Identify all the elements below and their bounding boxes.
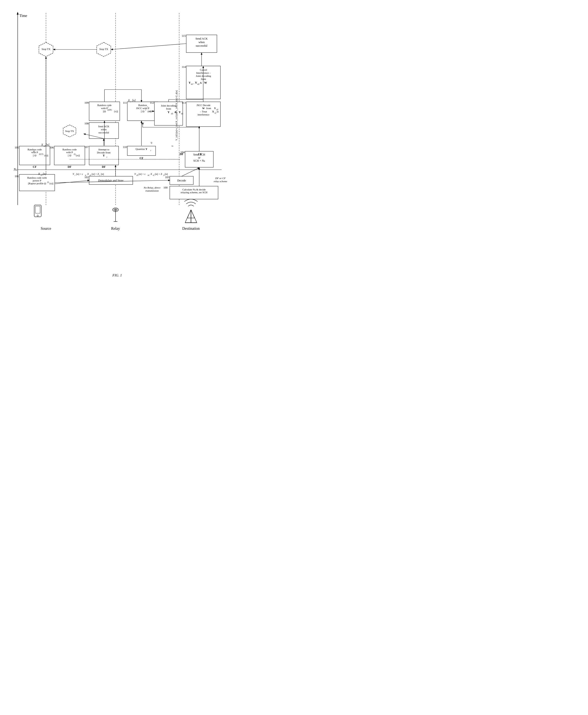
svg-text:(x)]: (x)] <box>49 182 54 185</box>
svg-text:Y: Y <box>103 154 105 157</box>
svg-text:X: X <box>212 110 214 113</box>
svg-text:with P: with P <box>66 151 73 154</box>
svg-text:DF: DF <box>102 165 106 169</box>
diagram-container: Time N₁ Source Relay <box>0 0 234 271</box>
svg-text:103: 103 <box>165 176 169 179</box>
svg-text:Y: Y <box>189 81 191 84</box>
svg-text:114: 114 <box>182 65 186 69</box>
svg-text:d1: d1 <box>171 112 173 115</box>
n1-label: N₁ <box>14 168 17 171</box>
svg-text:d1: d1 <box>136 174 139 176</box>
svg-text:transmission: transmission <box>145 189 159 192</box>
svg-text:d: d <box>163 174 164 176</box>
svg-text:113: 113 <box>182 101 186 104</box>
svg-text:DF: DF <box>180 152 184 156</box>
svg-text:106: 106 <box>49 146 54 149</box>
svg-text:X: X <box>41 143 43 146</box>
svg-text:115: 115 <box>182 34 186 38</box>
svg-text:(x)]: (x)] <box>114 110 118 113</box>
svg-text:Joint decoding: Joint decoding <box>161 104 176 107</box>
svg-text:Send ACK: Send ACK <box>98 125 109 128</box>
svg-text:successful: successful <box>196 44 208 47</box>
svg-text:No Relay, direct: No Relay, direct <box>144 186 161 189</box>
svg-text:relaying scheme, set SCH: relaying scheme, set SCH <box>181 191 208 194</box>
svg-text:s1: s1 <box>41 174 42 176</box>
svg-text:Calculate N₁ & decide: Calculate N₁ & decide <box>183 188 206 191</box>
svg-text:[n]: [n] <box>46 143 49 146</box>
svg-text:X: X <box>128 99 130 102</box>
svg-text:SCH + N₁: SCH + N₁ <box>193 159 205 162</box>
svg-text:112: 112 <box>150 101 154 104</box>
svg-text:d1: d1 <box>191 83 193 85</box>
svg-text:r: r <box>100 174 100 176</box>
svg-text:CF: CF <box>198 152 202 156</box>
svg-text:[n]: [n] <box>132 99 136 102</box>
relay-label: Relay <box>111 226 120 231</box>
svg-text:109: 109 <box>84 101 89 104</box>
svg-text:Quantize Y: Quantize Y <box>135 148 147 150</box>
svg-text:Rateless code: Rateless code <box>97 104 111 107</box>
svg-text:(x)]: (x)] <box>44 154 48 157</box>
svg-text:DF: DF <box>68 165 71 169</box>
svg-text:2(CF): 2(CF) <box>39 153 43 155</box>
svg-text:relay scheme: relay scheme <box>214 180 227 182</box>
svg-text:108: 108 <box>84 122 89 125</box>
svg-text:Stop TX: Stop TX <box>65 130 74 132</box>
svg-point-13 <box>115 209 116 210</box>
svg-text:Attempt to: Attempt to <box>98 148 109 151</box>
svg-text:Decode: Decode <box>177 179 186 182</box>
svg-text:X: X <box>150 173 152 175</box>
main-diagram-svg: Time N₁ Source Relay <box>0 0 234 271</box>
svg-text:Stop TX: Stop TX <box>99 48 108 50</box>
svg-text:101: 101 <box>15 175 19 178</box>
svg-text:Y: Y <box>168 110 170 114</box>
svg-text:s2: s2 <box>33 150 35 152</box>
svg-text:[Raptor profile Ω: [Raptor profile Ω <box>28 182 46 185</box>
svg-text:d2: d2 <box>150 142 152 144</box>
source-label: Source <box>41 226 51 231</box>
svg-text:[n]: [n] <box>101 173 104 175</box>
svg-text:[n]: [n] <box>43 172 46 176</box>
svg-text:Rateless: Rateless <box>139 104 147 107</box>
svg-text:110: 110 <box>123 146 127 149</box>
svg-text:(x)]: (x)] <box>76 154 80 157</box>
svg-text:111: 111 <box>123 101 127 104</box>
svg-text:Y_{d2}[n]=c_{sd}X_{s2}[n]+c_{r: Y_{d2}[n]=c_{sd}X_{s2}[n]+c_{rd}X_r[n]+Z… <box>175 90 178 140</box>
svg-text:from: from <box>206 107 211 110</box>
svg-text:105: 105 <box>15 146 19 149</box>
svg-text:when: when <box>198 41 205 44</box>
svg-text:with P: with P <box>101 107 108 110</box>
svg-text:as: as <box>217 110 219 113</box>
svg-text:sr: sr <box>85 174 86 176</box>
svg-text:[n] + Z: [n] + Z <box>155 173 163 175</box>
svg-text:r: r <box>150 149 151 152</box>
svg-text:– Treat: – Treat <box>200 110 207 113</box>
svg-text:[ Ω: [ Ω <box>33 154 37 157</box>
svg-text:when: when <box>101 128 107 131</box>
svg-text:(l): (l) <box>47 181 49 183</box>
svg-text:r: r <box>147 106 148 108</box>
svg-text:from: from <box>166 107 171 110</box>
svg-text:from: from <box>201 78 206 80</box>
svg-text:Joint decoding: Joint decoding <box>196 74 211 77</box>
svg-text:s2: s2 <box>214 112 216 114</box>
svg-text:Rateless code with: Rateless code with <box>27 176 47 179</box>
svg-text:X: X <box>38 172 40 176</box>
svg-text:2(DF): 2(DF) <box>107 109 112 111</box>
svg-text:Cancel: Cancel <box>200 68 207 71</box>
svg-text:100: 100 <box>163 186 168 189</box>
svg-text:s2: s2 <box>44 145 46 147</box>
svg-text:(l): (l) <box>74 153 76 155</box>
svg-text:DF or CF: DF or CF <box>215 177 226 179</box>
svg-text:interference: interference <box>197 113 209 116</box>
svg-text:Rateless code: Rateless code <box>62 148 77 151</box>
svg-text:r: r <box>108 106 109 108</box>
svg-text:JSCC Decode: JSCC Decode <box>197 104 211 107</box>
svg-text:,: , <box>193 81 194 84</box>
svg-text:[n] + Z: [n] + Z <box>92 173 99 175</box>
svg-text:Y: Y <box>179 110 181 114</box>
svg-text:[ Ω: [ Ω <box>141 110 145 113</box>
svg-text:[Ω: [Ω <box>103 110 106 113</box>
svg-text:Y: Y <box>195 81 197 84</box>
svg-text:107: 107 <box>84 146 89 149</box>
